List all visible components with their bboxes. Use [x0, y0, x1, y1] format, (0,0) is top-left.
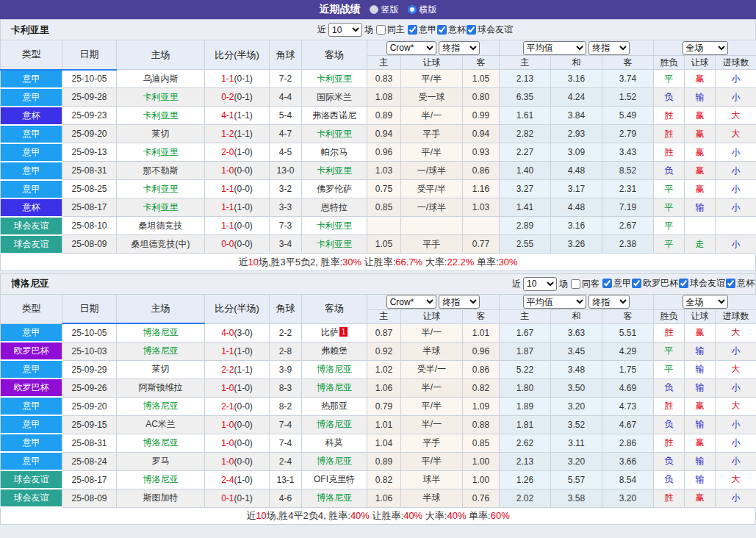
- col-type: 类型: [1, 294, 62, 323]
- same-venue-checkbox[interactable]: [571, 279, 580, 289]
- avg-home: 1.41: [500, 198, 551, 217]
- summary-segment: 60%: [491, 510, 510, 521]
- competition-checkbox[interactable]: [632, 279, 641, 288]
- team-text: 卡利亚里: [317, 129, 352, 139]
- avg-stage-select[interactable]: 终指: [588, 41, 630, 55]
- competition-filter[interactable]: 球会友谊: [678, 277, 725, 290]
- match-type-badge: 意甲: [1, 180, 62, 198]
- result-group-header: 全场: [654, 294, 756, 309]
- summary-line: 近10场,胜3平5负2, 胜率:30% 让胜率:66.7% 大率:22.2% 单…: [0, 254, 756, 271]
- result-outcome: 负: [654, 88, 685, 107]
- competition-checkbox[interactable]: [602, 279, 612, 288]
- competition-filter[interactable]: 意杯: [436, 24, 466, 36]
- layout-option-vertical[interactable]: 竖版: [370, 4, 399, 16]
- competition-checkbox[interactable]: [437, 25, 447, 35]
- avg-draw: 3.11: [551, 434, 602, 452]
- team-text: 帕尔马: [321, 147, 348, 157]
- avg-stage-select[interactable]: 终指: [588, 295, 630, 309]
- home-team: 博洛尼亚: [117, 323, 205, 342]
- away-team: 博洛尼亚: [302, 360, 367, 379]
- team-text: OFI克里特: [314, 474, 355, 484]
- summary-segment: 大率:: [422, 257, 447, 268]
- team-text: 比萨: [321, 327, 339, 337]
- odds-away: 0.96: [463, 342, 500, 360]
- odds-home: 1.06: [367, 489, 401, 507]
- team-text: 博洛尼亚: [143, 345, 179, 356]
- avg-away: 3.20: [602, 489, 654, 507]
- match-type-badge: 意杯: [1, 107, 62, 125]
- corner-score: 4-5: [270, 143, 302, 162]
- col-avg-home: 主: [500, 56, 551, 70]
- result-goals: 小: [716, 379, 756, 397]
- competition-filter[interactable]: 意杯: [725, 277, 755, 290]
- avg-away: 4.67: [602, 415, 654, 434]
- avg-source-select[interactable]: 平均值: [523, 295, 586, 309]
- odds-home: 1.06: [367, 379, 401, 397]
- home-team: 博洛尼亚: [117, 397, 205, 415]
- competition-filter[interactable]: 意甲: [602, 277, 631, 290]
- team-text: 博洛尼亚: [317, 456, 352, 466]
- score: 4-1(1-1): [205, 107, 270, 125]
- team-text: 弗洛西诺尼: [312, 110, 356, 121]
- odds-source-select[interactable]: Crow*: [386, 295, 436, 309]
- team-text: 恩特拉: [321, 202, 348, 212]
- recent-count-select[interactable]: 10: [328, 23, 362, 37]
- odds-source-select[interactable]: Crow*: [386, 41, 436, 55]
- odds-stage-select[interactable]: 终指: [439, 41, 480, 55]
- result-handicap: 输: [685, 88, 716, 107]
- odds-away: 0.76: [463, 489, 500, 507]
- avg-home: 3.27: [500, 180, 551, 198]
- score: 1-0(0-0): [205, 452, 270, 470]
- away-team: 卡利亚里: [302, 70, 367, 88]
- match-type-badge: 欧罗巴杯: [1, 379, 62, 397]
- competition-checkbox[interactable]: [726, 279, 735, 288]
- score: 1-1(0-0): [205, 217, 270, 235]
- team-text: 阿斯顿维拉: [139, 382, 183, 392]
- radio-icon[interactable]: [408, 5, 417, 14]
- away-team: 比萨1: [302, 323, 367, 342]
- summary-segment: 让胜率:: [361, 257, 395, 268]
- same-venue-filter[interactable]: 同主: [375, 24, 405, 36]
- avg-draw: 3.45: [551, 342, 602, 360]
- table-row: 意杯25-09-23卡利亚里4-1(1-1)5-4弗洛西诺尼0.89半/一0.9…: [1, 107, 756, 125]
- table-row: 欧罗巴杯25-09-26阿斯顿维拉1-0(1-0)8-3博洛尼亚1.06半/一0…: [1, 379, 756, 397]
- avg-away: 2.38: [602, 235, 654, 254]
- same-venue-checkbox[interactable]: [376, 25, 386, 35]
- result-outcome: 胜: [654, 107, 685, 125]
- table-row: 意甲25-10-05博洛尼亚4-0(3-0)2-2比萨10.87半/一1.011…: [1, 323, 756, 342]
- result-outcome: 胜: [654, 434, 685, 452]
- team-text: 博洛尼亚: [143, 474, 179, 484]
- competition-label: 意杯: [448, 24, 466, 36]
- avg-draw: 3.50: [551, 379, 602, 397]
- summary-segment: 单率:: [474, 257, 498, 268]
- result-goals: 小: [716, 88, 756, 107]
- home-team: 卡利亚里: [117, 180, 205, 198]
- competition-checkbox[interactable]: [679, 279, 688, 288]
- competition-filter[interactable]: 欧罗巴杯: [631, 277, 678, 290]
- recent-count-select[interactable]: 10: [523, 277, 557, 291]
- competition-filter[interactable]: 意甲: [407, 24, 436, 36]
- team-section-bologna: 博洛尼亚 近 10 场 同客 意甲欧罗巴杯球会友谊意杯 类型 日期 主场 比分(…: [0, 273, 756, 526]
- result-goals: 小: [716, 342, 756, 360]
- col-avg-draw: 和: [551, 309, 602, 323]
- layout-option-horizontal[interactable]: 横版: [408, 4, 437, 16]
- competition-checkbox[interactable]: [467, 25, 476, 35]
- match-type-badge: 球会友谊: [1, 217, 62, 235]
- avg-source-select[interactable]: 平均值: [523, 41, 586, 55]
- home-team: 那不勒斯: [117, 162, 205, 180]
- match-date: 25-08-10: [62, 217, 117, 235]
- corner-score: 3-2: [270, 180, 302, 198]
- table-row: 球会友谊25-08-09斯图加特0-1(0-1)4-6博洛尼亚1.06半球0.7…: [1, 489, 756, 507]
- competition-checkbox[interactable]: [408, 25, 417, 35]
- odds-home: 1.04: [367, 434, 401, 452]
- scope-select[interactable]: 全场: [683, 295, 728, 309]
- away-team: 博洛尼亚: [302, 379, 367, 397]
- competition-filter[interactable]: 球会友谊: [466, 24, 513, 36]
- score: 1-1(1-0): [205, 198, 270, 217]
- result-outcome: 负: [654, 470, 685, 489]
- same-venue-filter[interactable]: 同客: [570, 278, 600, 290]
- radio-icon[interactable]: [370, 5, 378, 14]
- odds-stage-select[interactable]: 终指: [439, 295, 480, 309]
- scope-select[interactable]: 全场: [683, 41, 728, 55]
- section-header: 博洛尼亚 近 10 场 同客 意甲欧罗巴杯球会友谊意杯: [0, 273, 756, 294]
